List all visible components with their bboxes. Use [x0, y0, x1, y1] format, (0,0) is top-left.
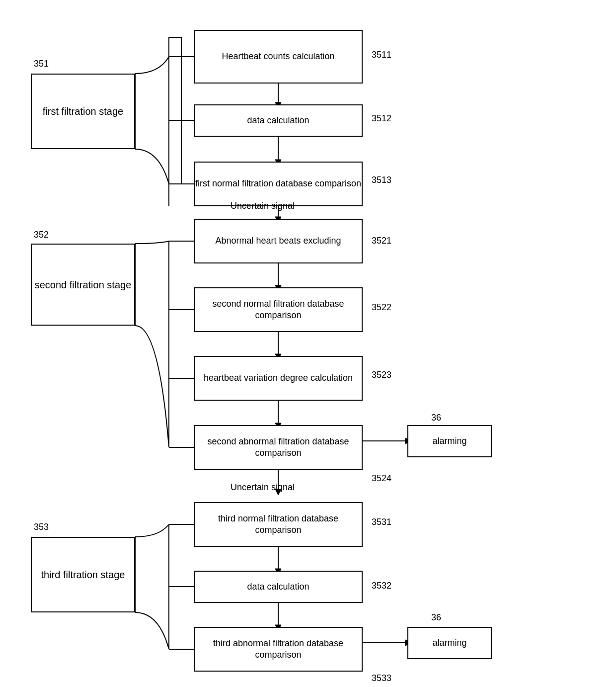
label-36-1: 36 — [431, 413, 441, 423]
label-3512: 3512 — [372, 113, 391, 124]
alarming-2-box: alarming — [407, 627, 492, 659]
label-3533: 3533 — [372, 673, 391, 684]
flowchart-diagram: first filtration stage Heartbeat counts … — [0, 0, 616, 687]
second-normal-box: second normal filtration database compar… — [194, 287, 363, 332]
third-abnormal-box: third abnormal filtration database compa… — [194, 627, 363, 672]
heartbeat-variation-box: heartbeat variation degree calculation — [194, 356, 363, 401]
label-3511: 3511 — [372, 50, 391, 60]
label-3521: 3521 — [372, 236, 391, 246]
label-3524: 3524 — [372, 473, 391, 484]
label-352: 352 — [34, 230, 49, 240]
heartbeat-counts-box: Heartbeat counts calculation — [194, 30, 363, 84]
label-3531: 3531 — [372, 517, 391, 527]
label-3522: 3522 — [372, 302, 391, 313]
alarming-1-box: alarming — [407, 425, 492, 457]
abnormal-heartbeats-box: Abnormal heart beats excluding — [194, 219, 363, 263]
data-calc-2-box: data calculation — [194, 571, 363, 603]
first-filtration-stage-box: first filtration stage — [31, 74, 135, 149]
label-uncertain-1: Uncertain signal — [231, 201, 295, 211]
third-normal-box: third normal filtration database compari… — [194, 502, 363, 547]
first-normal-box: first normal filtration database compari… — [194, 162, 363, 206]
label-3523: 3523 — [372, 370, 391, 380]
label-353: 353 — [34, 522, 49, 532]
label-36-2: 36 — [431, 612, 441, 623]
second-filtration-stage-box: second filtration stage — [31, 244, 135, 326]
data-calc-1-box: data calculation — [194, 104, 363, 137]
third-filtration-stage-box: third filtration stage — [31, 537, 135, 612]
label-3513: 3513 — [372, 175, 391, 185]
second-abnormal-box: second abnormal filtration database comp… — [194, 425, 363, 470]
label-351: 351 — [34, 59, 49, 69]
label-uncertain-2: Uncertain signal — [231, 482, 295, 493]
label-3532: 3532 — [372, 581, 391, 591]
